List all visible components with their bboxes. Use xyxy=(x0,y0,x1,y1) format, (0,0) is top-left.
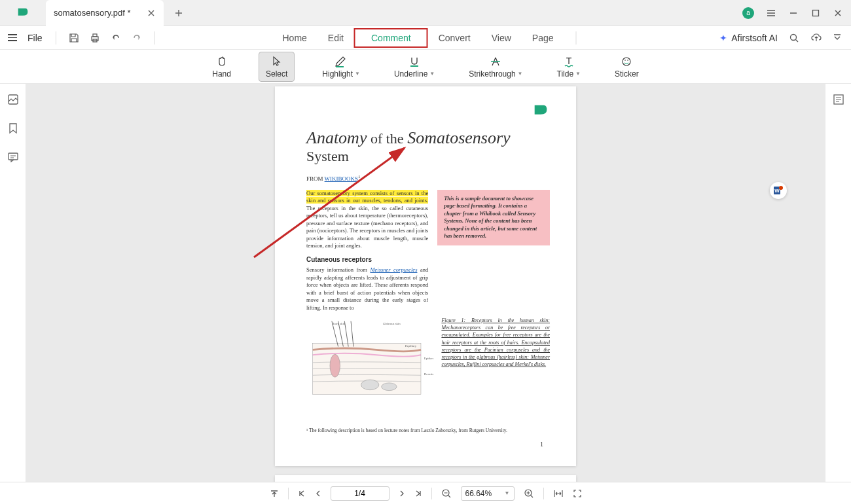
menu-comment[interactable]: Comment xyxy=(354,28,428,48)
svg-text:Papillary: Papillary xyxy=(405,344,417,348)
document-title: Anatomy of the Somatosensory System xyxy=(306,128,550,165)
close-window-button[interactable] xyxy=(833,8,843,18)
undo-button[interactable] xyxy=(110,32,122,44)
zoom-select[interactable]: 66.64% ▼ xyxy=(461,486,515,501)
svg-text:Hairy skin: Hairy skin xyxy=(332,322,346,325)
page-2-peek xyxy=(275,475,576,482)
zoom-out-button[interactable] xyxy=(441,488,452,499)
first-page-button[interactable] xyxy=(298,490,306,497)
maximize-button[interactable] xyxy=(810,8,821,18)
hamburger-menu[interactable] xyxy=(8,34,17,41)
body-paragraph-1: Our somatosensory system consists of sen… xyxy=(306,190,428,312)
document-tab[interactable]: somatosensory.pdf * xyxy=(46,0,164,26)
zoom-value: 66.64% xyxy=(465,489,492,498)
sticker-icon xyxy=(620,55,633,68)
tool-sticker[interactable]: Sticker xyxy=(608,52,645,81)
close-tab-icon[interactable] xyxy=(147,9,156,18)
highlighted-text: Our somatosensory system consists of sen… xyxy=(306,190,428,204)
svg-point-6 xyxy=(623,58,630,65)
svg-text:Glabrous skin: Glabrous skin xyxy=(383,322,401,325)
minimize-button[interactable] xyxy=(788,8,799,18)
svg-text:Dermis: Dermis xyxy=(424,372,433,376)
titlebar-controls: a xyxy=(742,7,851,19)
subheading: Cutaneous receptors xyxy=(306,255,428,264)
figure-caption: Figure 1: Receptors in the human skin: M… xyxy=(441,317,550,405)
svg-point-12 xyxy=(330,354,340,377)
wikibooks-link[interactable]: WIKIBOOKS xyxy=(325,175,359,182)
svg-point-13 xyxy=(361,380,379,390)
highlight-icon xyxy=(335,55,348,68)
zoom-in-button[interactable] xyxy=(524,488,534,499)
word-icon: W xyxy=(772,185,784,196)
main-menu: Home Edit Comment Convert View Page xyxy=(272,28,579,48)
last-page-button[interactable] xyxy=(414,490,422,497)
svg-text:T: T xyxy=(566,56,572,66)
tool-hand[interactable]: Hand xyxy=(206,52,238,81)
menu-view[interactable]: View xyxy=(481,29,522,47)
underline-icon xyxy=(408,55,421,68)
redo-button[interactable] xyxy=(131,32,143,44)
next-page-button[interactable] xyxy=(399,490,405,497)
svg-rect-0 xyxy=(813,10,819,16)
search-button[interactable] xyxy=(788,32,800,44)
svg-point-7 xyxy=(625,60,626,61)
cloud-upload-button[interactable] xyxy=(810,32,822,44)
chevron-down-icon: ▼ xyxy=(575,71,581,77)
page-1: Anatomy of the Somatosensory System FROM… xyxy=(275,86,576,466)
comments-panel-icon[interactable] xyxy=(7,151,20,164)
chevron-down-icon: ▼ xyxy=(429,71,435,77)
svg-point-8 xyxy=(628,60,629,61)
tool-tilde[interactable]: T Tilde▼ xyxy=(551,52,588,81)
user-avatar[interactable]: a xyxy=(742,7,754,19)
document-canvas[interactable]: Anatomy of the Somatosensory System FROM… xyxy=(26,84,825,482)
svg-rect-9 xyxy=(9,95,18,104)
hand-icon xyxy=(215,55,228,68)
menu-home[interactable]: Home xyxy=(272,29,317,47)
tool-underline[interactable]: Underline▼ xyxy=(388,52,441,81)
menu-page[interactable]: Page xyxy=(522,29,564,47)
tool-highlight[interactable]: Highlight▼ xyxy=(316,52,367,81)
tool-strikethrough[interactable]: Strikethrough▼ xyxy=(462,52,529,81)
svg-point-23 xyxy=(779,186,783,190)
svg-rect-10 xyxy=(9,153,18,160)
file-menu[interactable]: File xyxy=(26,30,44,46)
bookmark-icon[interactable] xyxy=(7,122,20,135)
ai-button[interactable]: ✦ Afirstsoft AI xyxy=(719,33,778,43)
scroll-top-button[interactable] xyxy=(270,489,279,498)
tab-title: somatosensory.pdf * xyxy=(54,8,140,18)
print-button[interactable] xyxy=(89,32,101,44)
chevron-down-icon: ▼ xyxy=(518,71,523,77)
doc-logo-icon xyxy=(532,102,550,120)
thumbnails-icon[interactable] xyxy=(7,93,20,106)
fit-page-button[interactable] xyxy=(573,489,582,498)
fit-width-button[interactable] xyxy=(553,489,564,498)
from-line: FROM WIKIBOOKS1 xyxy=(306,174,550,182)
convert-to-word-button[interactable]: W xyxy=(770,182,787,199)
logo-icon xyxy=(16,6,30,20)
menu-edit[interactable]: Edit xyxy=(317,29,354,47)
svg-point-14 xyxy=(382,383,397,391)
titlebar: somatosensory.pdf * a xyxy=(0,0,851,26)
app-menu-icon[interactable] xyxy=(766,8,776,18)
strikethrough-icon xyxy=(489,55,502,68)
svg-point-4 xyxy=(791,34,797,40)
save-button[interactable] xyxy=(68,32,80,44)
prev-page-button[interactable] xyxy=(315,490,321,497)
svg-text:Epidermis: Epidermis xyxy=(424,357,434,360)
properties-panel-icon[interactable] xyxy=(832,93,845,106)
footnote: ¹ The following description is based on … xyxy=(306,427,550,433)
svg-rect-2 xyxy=(93,34,97,37)
sparkle-icon: ✦ xyxy=(719,33,727,43)
meissner-link[interactable]: Meissner corpuscles xyxy=(370,266,417,273)
figure-image: Hairy skin Glabrous skin Papillary Epide… xyxy=(306,317,433,405)
sidebar-left xyxy=(0,84,26,482)
plus-icon xyxy=(174,9,183,18)
menu-convert[interactable]: Convert xyxy=(428,29,481,47)
new-tab-button[interactable] xyxy=(169,3,189,23)
collapse-ribbon-button[interactable] xyxy=(831,32,843,44)
tool-select[interactable]: Select xyxy=(259,52,295,82)
page-number: 1 xyxy=(540,441,543,448)
main-area: Anatomy of the Somatosensory System FROM… xyxy=(0,84,851,482)
app-logo xyxy=(0,6,46,20)
page-input[interactable] xyxy=(331,486,389,501)
